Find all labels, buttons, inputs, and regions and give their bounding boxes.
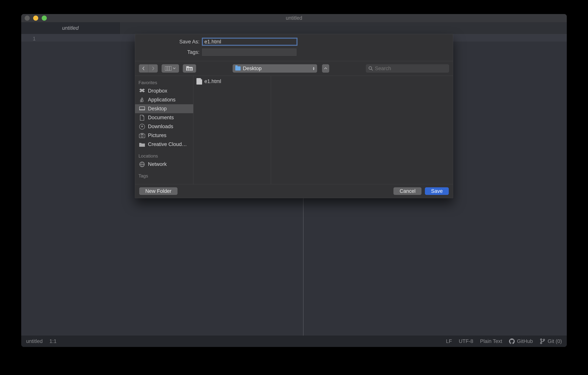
status-filename[interactable]: untitled [26, 338, 43, 344]
cancel-button[interactable]: Cancel [393, 187, 421, 195]
chevron-left-icon [142, 66, 145, 71]
save-button[interactable]: Save [425, 187, 449, 195]
sidebar-item-applications[interactable]: Applications [135, 95, 193, 104]
svg-rect-13 [190, 69, 192, 70]
updown-icon: ▴▾ [313, 66, 315, 70]
file-name: e1.html [204, 78, 221, 84]
tab-label: untitled [62, 25, 79, 31]
new-folder-button[interactable]: New Folder [139, 187, 178, 195]
view-mode-button[interactable] [162, 64, 179, 73]
save-as-label: Save As: [140, 39, 202, 45]
status-cursor-position[interactable]: 1:1 [49, 338, 57, 344]
search-field[interactable] [366, 64, 449, 73]
file-browser: Favorites Dropbox Applications Desktop D… [135, 76, 453, 184]
svg-point-2 [543, 339, 545, 341]
sidebar-item-network[interactable]: Network [135, 160, 193, 169]
sidebar-item-dropbox[interactable]: Dropbox [135, 87, 193, 95]
sidebar-item-label: Pictures [148, 132, 167, 138]
window-title: untitled [21, 15, 567, 21]
svg-rect-9 [189, 68, 190, 69]
location-dropdown[interactable]: Desktop ▴▾ [233, 64, 317, 73]
svg-rect-12 [189, 69, 190, 70]
svg-point-1 [540, 342, 542, 344]
git-branch-icon [540, 338, 545, 344]
search-input[interactable] [375, 66, 446, 71]
svg-rect-8 [187, 68, 188, 69]
documents-icon [139, 115, 145, 121]
tags-label: Tags: [140, 49, 202, 55]
file-column-2[interactable] [271, 76, 453, 184]
svg-line-15 [371, 69, 373, 70]
search-icon [368, 66, 373, 71]
sidebar-heading-favorites: Favorites [135, 79, 193, 87]
svg-point-0 [540, 339, 542, 340]
sidebar-item-label: Network [148, 161, 167, 167]
svg-point-14 [369, 66, 372, 69]
applications-icon [139, 97, 145, 103]
github-icon [509, 338, 515, 344]
sidebar-item-desktop[interactable]: Desktop [135, 104, 193, 113]
file-column-1[interactable]: e1.html [193, 76, 271, 184]
downloads-icon [139, 124, 145, 130]
sidebar-item-label: Desktop [148, 106, 167, 112]
desktop-icon [139, 106, 145, 112]
status-line-ending[interactable]: LF [446, 338, 452, 344]
collapse-button[interactable] [322, 64, 329, 73]
tab-untitled[interactable]: untitled [21, 22, 120, 34]
save-dialog-toolbar: Desktop ▴▾ [135, 61, 453, 76]
gutter: 1 [21, 34, 39, 336]
sidebar-item-creative-cloud[interactable]: Creative Cloud… [135, 140, 193, 149]
group-button[interactable] [183, 64, 196, 73]
folder-icon [235, 66, 241, 70]
svg-rect-21 [141, 133, 143, 134]
sidebar-item-label: Downloads [148, 124, 173, 130]
save-dialog: Save As: Tags: [135, 34, 453, 198]
sidebar-item-label: Creative Cloud… [148, 142, 187, 147]
sidebar-item-pictures[interactable]: Pictures [135, 131, 193, 140]
svg-rect-16 [139, 107, 145, 110]
file-icon [196, 78, 202, 85]
save-dialog-header: Save As: Tags: [135, 34, 453, 61]
svg-rect-10 [190, 68, 192, 69]
save-as-input[interactable] [202, 38, 297, 45]
status-bar: untitled 1:1 LF UTF-8 Plain Text GitHub … [21, 336, 567, 347]
svg-rect-11 [187, 69, 188, 70]
save-dialog-footer: New Folder Cancel Save [135, 184, 453, 198]
nav-buttons [139, 64, 158, 73]
app-window: untitled untitled 1 untitled 1:1 LF UTF-… [21, 14, 567, 347]
sidebar-item-downloads[interactable]: Downloads [135, 122, 193, 131]
sidebar-item-label: Documents [148, 115, 174, 121]
grid-folder-icon [186, 66, 193, 71]
svg-rect-7 [186, 66, 189, 67]
status-syntax[interactable]: Plain Text [480, 338, 502, 344]
sidebar-heading-tags: Tags [135, 172, 193, 180]
columns-icon [165, 66, 171, 70]
svg-point-20 [141, 135, 143, 137]
line-number: 1 [21, 36, 36, 42]
tab-bar: untitled [21, 22, 567, 34]
tags-input[interactable] [202, 49, 296, 56]
status-github[interactable]: GitHub [509, 338, 533, 344]
status-git[interactable]: Git (0) [540, 338, 562, 344]
forward-button[interactable] [148, 64, 158, 73]
chevron-right-icon [151, 66, 155, 71]
dropbox-icon [139, 88, 145, 94]
chevron-down-icon [173, 67, 176, 69]
sidebar: Favorites Dropbox Applications Desktop D… [135, 76, 193, 184]
sidebar-heading-locations: Locations [135, 152, 193, 160]
network-icon [139, 162, 145, 167]
sidebar-item-label: Dropbox [148, 88, 167, 94]
folder-icon [139, 142, 145, 147]
status-encoding[interactable]: UTF-8 [459, 338, 473, 344]
pictures-icon [139, 133, 145, 138]
chevron-up-icon [324, 67, 327, 70]
svg-rect-3 [165, 66, 171, 70]
file-item[interactable]: e1.html [196, 77, 269, 85]
sidebar-item-label: Applications [148, 97, 176, 103]
location-selected: Desktop [243, 66, 262, 71]
title-bar: untitled [21, 14, 567, 22]
back-button[interactable] [139, 64, 148, 73]
sidebar-item-documents[interactable]: Documents [135, 113, 193, 122]
